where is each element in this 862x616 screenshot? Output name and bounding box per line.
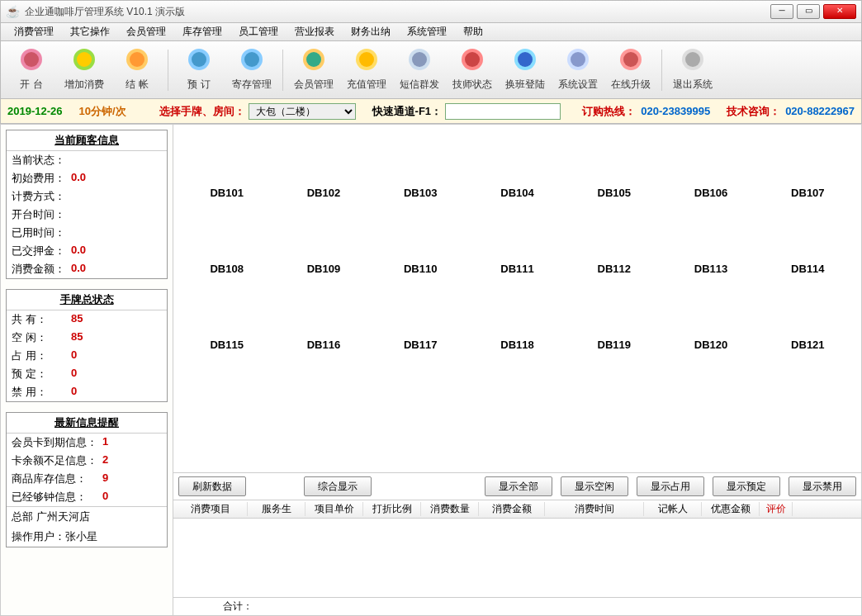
refresh-button[interactable]: 刷新数据 (178, 476, 246, 496)
room-empty[interactable] (569, 361, 659, 418)
menu-帮助[interactable]: 帮助 (455, 25, 491, 39)
toolbar-tuichu[interactable]: 退出系统 (667, 45, 718, 95)
svg-rect-62 (589, 298, 640, 331)
refresh-rate: 10分钟/次 (79, 104, 126, 119)
room-select[interactable]: 大包（二楼） (249, 103, 356, 120)
maximize-button[interactable]: ▭ (797, 4, 820, 19)
svg-rect-68 (201, 374, 253, 407)
show-reserved-button[interactable]: 显示预定 (713, 476, 780, 496)
room-DB101[interactable]: DB101 (182, 133, 272, 202)
alert-panel-title: 最新信息提醒 (7, 413, 167, 434)
room-DB119[interactable]: DB119 (569, 285, 659, 354)
room-DB105[interactable]: DB105 (569, 133, 659, 202)
room-grid[interactable]: DB101DB102DB103DB104DB105DB106DB107DB108… (173, 125, 861, 472)
toolbar-jishi[interactable]: 技师状态 (447, 45, 498, 95)
svg-rect-51 (687, 224, 735, 239)
menu-营业报表[interactable]: 营业报表 (287, 25, 343, 39)
room-empty[interactable] (182, 361, 272, 418)
room-DB115[interactable]: DB115 (182, 285, 272, 354)
room-DB106[interactable]: DB106 (665, 133, 755, 202)
room-DB113[interactable]: DB113 (665, 209, 755, 278)
room-empty[interactable] (763, 361, 853, 418)
folder-icon (682, 364, 740, 410)
svg-point-9 (244, 52, 259, 67)
room-label: DB112 (598, 263, 631, 275)
menu-系统管理[interactable]: 系统管理 (399, 25, 455, 39)
info-row: 已交押金：0.0 (7, 242, 167, 260)
svg-rect-54 (201, 298, 253, 331)
room-empty[interactable] (278, 361, 368, 418)
room-DB114[interactable]: DB114 (763, 209, 853, 278)
room-label: DB105 (598, 187, 631, 199)
room-DB108[interactable]: DB108 (182, 209, 272, 278)
room-DB112[interactable]: DB112 (569, 209, 659, 278)
menu-其它操作[interactable]: 其它操作 (62, 25, 118, 39)
room-label: DB119 (598, 339, 631, 351)
menu-员工管理[interactable]: 员工管理 (230, 25, 287, 39)
folder-icon (391, 364, 449, 410)
info-row: 计费方式： (7, 187, 167, 206)
toolbar-label: 预 订 (187, 78, 210, 92)
room-DB111[interactable]: DB111 (472, 209, 562, 278)
zaixian-icon (617, 48, 645, 76)
toolbar-jicun[interactable]: 寄存管理 (226, 45, 277, 95)
room-DB110[interactable]: DB110 (376, 209, 466, 278)
tech-label: 技术咨询： (727, 104, 780, 119)
close-button[interactable]: ✕ (823, 4, 856, 19)
room-DB116[interactable]: DB116 (278, 285, 368, 354)
show-disabled-button[interactable]: 显示禁用 (789, 476, 856, 496)
show-idle-button[interactable]: 显示空闲 (561, 476, 628, 496)
col-7[interactable]: 记帐人 (644, 502, 702, 516)
toolbar-duanxin[interactable]: 短信群发 (394, 45, 445, 95)
room-DB104[interactable]: DB104 (472, 133, 562, 202)
menu-消费管理[interactable]: 消费管理 (6, 25, 62, 39)
room-DB117[interactable]: DB117 (376, 285, 466, 354)
col-4[interactable]: 消费数量 (421, 502, 479, 516)
room-DB103[interactable]: DB103 (376, 133, 466, 202)
room-DB118[interactable]: DB118 (472, 285, 562, 354)
toolbar-chongzhi[interactable]: 充值管理 (341, 45, 392, 95)
col-0[interactable]: 消费项目 (173, 502, 248, 516)
info-row: 已经够钟信息：0 (7, 488, 167, 506)
svg-rect-58 (395, 298, 446, 331)
col-6[interactable]: 消费时间 (545, 502, 644, 516)
col-2[interactable]: 项目单价 (305, 502, 363, 516)
show-used-button[interactable]: 显示占用 (637, 476, 704, 496)
show-all-button[interactable]: 显示全部 (485, 476, 552, 496)
menu-库存管理[interactable]: 库存管理 (174, 25, 230, 39)
room-DB107[interactable]: DB107 (763, 133, 853, 202)
minimize-button[interactable]: ─ (770, 4, 793, 19)
col-9[interactable]: 评价 (760, 502, 793, 516)
toolbar-jiezhang[interactable]: 结 帐 (111, 45, 163, 95)
info-row: 会员卡到期信息：1 (7, 434, 167, 452)
guest-panel-title: 当前顾客信息 (7, 130, 167, 151)
svg-point-11 (306, 52, 321, 67)
col-5[interactable]: 消费金额 (479, 502, 545, 516)
menu-财务出纳[interactable]: 财务出纳 (343, 25, 399, 39)
menu-会员管理[interactable]: 会员管理 (118, 25, 174, 39)
toolbar-huiyuan[interactable]: 会员管理 (288, 45, 339, 95)
svg-rect-30 (395, 146, 446, 179)
room-DB109[interactable]: DB109 (278, 209, 368, 278)
comprehensive-button[interactable]: 综合显示 (304, 476, 372, 496)
guest-info-panel: 当前顾客信息 当前状态：初始费用：0.0计费方式：开台时间：已用时间：已交押金：… (6, 130, 168, 279)
room-empty[interactable] (376, 361, 466, 418)
toolbar-zaixian[interactable]: 在线升级 (605, 45, 656, 95)
toolbar-kaitai[interactable]: 开 台 (6, 45, 57, 95)
toolbar-xitong[interactable]: 系统设置 (552, 45, 604, 95)
table-body[interactable] (173, 519, 861, 597)
room-DB121[interactable]: DB121 (763, 285, 853, 354)
toolbar-huanban[interactable]: 换班登陆 (500, 45, 551, 95)
col-3[interactable]: 打折比例 (363, 502, 421, 516)
room-DB102[interactable]: DB102 (278, 133, 368, 202)
room-DB120[interactable]: DB120 (665, 285, 755, 354)
folder-icon (391, 288, 449, 334)
svg-rect-36 (685, 146, 736, 179)
toolbar-yuding[interactable]: 预 订 (173, 45, 225, 95)
toolbar-zengjia[interactable]: 增加消费 (59, 45, 110, 95)
col-1[interactable]: 服务生 (248, 502, 305, 516)
fast-channel-input[interactable] (445, 103, 561, 120)
col-8[interactable]: 优惠金额 (702, 502, 760, 516)
room-empty[interactable] (472, 361, 562, 418)
room-empty[interactable] (665, 361, 755, 418)
